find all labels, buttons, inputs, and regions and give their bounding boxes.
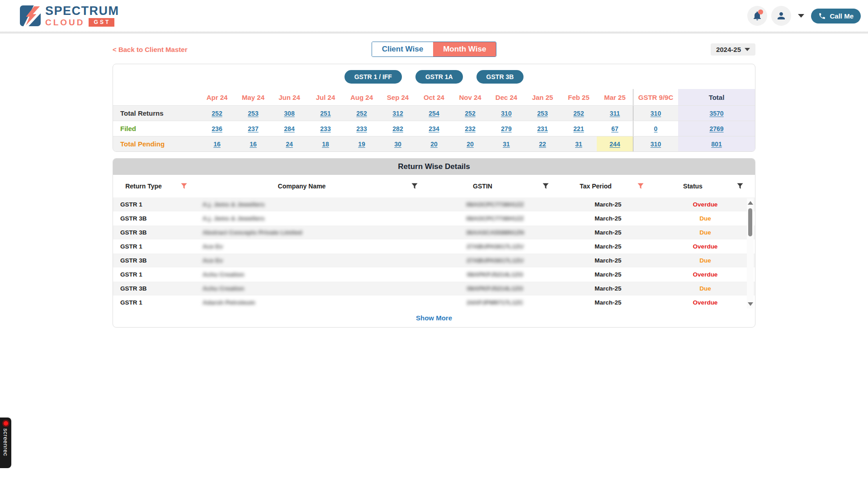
summary-value-link[interactable]: 24 [286,141,293,148]
status-cell: Due [656,215,755,222]
summary-column-header: Nov 24 [452,89,488,105]
show-more-link[interactable]: Show More [113,310,755,327]
logo-gst-badge: GST [89,18,115,27]
filter-icon[interactable] [737,183,743,189]
summary-value-link[interactable]: 253 [537,110,547,117]
scrollbar-thumb[interactable] [748,208,752,236]
filter-icon[interactable] [411,183,418,189]
chevron-down-icon[interactable] [798,14,804,18]
summary-value-link[interactable]: 252 [465,110,475,117]
summary-value-link[interactable]: 308 [284,110,294,117]
summary-value-link[interactable]: 221 [573,125,584,132]
company-name-blurred: A.j. Jems & Jewellers [203,201,264,208]
summary-value-link[interactable]: 312 [392,110,403,117]
status-badge: Overdue [693,243,718,250]
summary-value-cell: 3570 [678,106,755,121]
scroll-down-arrow[interactable] [748,302,753,306]
column-header-label: Status [683,183,703,190]
summary-value-cell: 284 [271,121,307,136]
table-scrollbar[interactable] [747,198,754,309]
details-title: Return Wise Details [113,159,755,175]
company-name-cell: Achu Creation [199,271,429,278]
summary-value-link[interactable]: 310 [501,110,511,117]
summary-value-link[interactable]: 30 [394,141,401,148]
company-name-cell: Ace Ev [199,257,429,264]
summary-value-cell: 234 [416,121,452,136]
notifications-button[interactable] [747,6,767,26]
summary-value-link[interactable]: 16 [250,141,257,148]
view-toggle-month-wise[interactable]: Month Wise [433,42,496,56]
summary-row-label: Filed [113,121,199,136]
summary-value-link[interactable]: 311 [610,110,620,117]
user-menu-button[interactable] [771,6,791,26]
scroll-up-arrow[interactable] [748,201,753,205]
summary-value-link[interactable]: 233 [356,125,367,132]
summary-value-link[interactable]: 310 [651,110,661,117]
summary-value-cell: 31 [488,136,524,151]
table-row: GSTR 1Achu Creation08APKPJ5214L1ZOMarch-… [113,267,755,282]
summary-value-link[interactable]: 234 [429,125,439,132]
summary-value-link[interactable]: 237 [248,125,258,132]
summary-value-link[interactable]: 19 [358,141,365,148]
back-to-client-master-link[interactable]: < Back to Client Master [113,46,187,53]
summary-value-link[interactable]: 253 [248,110,258,117]
status-cell: Overdue [656,299,755,306]
status-badge: Overdue [693,201,718,208]
summary-value-link[interactable]: 2769 [709,125,723,132]
summary-value-link[interactable]: 244 [609,141,620,148]
summary-value-link[interactable]: 284 [284,125,294,132]
summary-value-link[interactable]: 3570 [709,110,723,117]
view-toggle-client-wise[interactable]: Client Wise [372,42,433,56]
summary-value-link[interactable]: 801 [711,141,722,148]
summary-value-link[interactable]: 67 [611,125,618,132]
summary-value-link[interactable]: 22 [539,141,546,148]
filter-icon[interactable] [181,183,187,189]
summary-value-link[interactable]: 31 [503,141,510,148]
summary-value-cell: 251 [307,106,344,121]
summary-value-link[interactable]: 279 [501,125,511,132]
summary-value-link[interactable]: 252 [212,110,222,117]
filter-icon[interactable] [637,183,644,189]
summary-value-link[interactable]: 20 [467,141,474,148]
call-me-button[interactable]: Call Me [811,9,861,23]
gstr-button-1[interactable]: GSTR 1A [415,70,463,84]
summary-header-spacer [113,89,199,105]
return-wise-details-card: Return Wise Details Return TypeCompany N… [113,158,755,328]
summary-column-header: Jun 24 [271,89,307,105]
summary-value-link[interactable]: 16 [213,141,221,148]
summary-value-cell: 282 [380,121,416,136]
app-logo[interactable]: SPECTRUM CLOUD GST [20,5,119,27]
summary-value-link[interactable]: 310 [651,141,661,148]
gstin-blurred: 08AOCPC7736H1ZZ [466,215,524,222]
gstr-button-0[interactable]: GSTR 1 / IFF [344,70,402,84]
summary-value-link[interactable]: 236 [212,125,222,132]
filter-icon[interactable] [542,183,549,189]
gstr-button-2[interactable]: GSTR 3B [476,70,524,84]
summary-value-link[interactable]: 231 [537,125,547,132]
column-header-tax-period: Tax Period [561,183,656,190]
summary-value-link[interactable]: 251 [320,110,330,117]
gstin-cell: 36AASCA5588N1ZN [429,229,561,236]
summary-value-link[interactable]: 282 [392,125,403,132]
financial-year-select[interactable]: 2024-25 [711,43,755,56]
gstin-cell: 08AOCPC7736H1ZZ [429,215,561,222]
return-type-cell: GSTR 3B [113,257,199,264]
company-name-cell: Ace Ev [199,243,429,250]
summary-value-link[interactable]: 252 [356,110,367,117]
status-cell: Overdue [656,201,755,208]
summary-value-link[interactable]: 252 [573,110,584,117]
summary-value-link[interactable]: 254 [429,110,439,117]
summary-value-link[interactable]: 0 [654,125,658,132]
summary-value-link[interactable]: 233 [320,125,330,132]
view-toggle: Client WiseMonth Wise [372,42,497,57]
summary-value-link[interactable]: 20 [430,141,438,148]
summary-value-link[interactable]: 31 [575,141,582,148]
record-dot-icon [2,420,9,427]
return-type-cell: GSTR 1 [113,271,199,278]
column-header-label: Return Type [125,183,162,190]
header-actions: Call Me [747,6,861,26]
summary-row: Total Pending161624181930202031223124431… [113,136,755,151]
screenrec-watermark[interactable]: screenrec [0,418,11,468]
summary-value-link[interactable]: 18 [322,141,329,148]
summary-value-link[interactable]: 232 [465,125,475,132]
